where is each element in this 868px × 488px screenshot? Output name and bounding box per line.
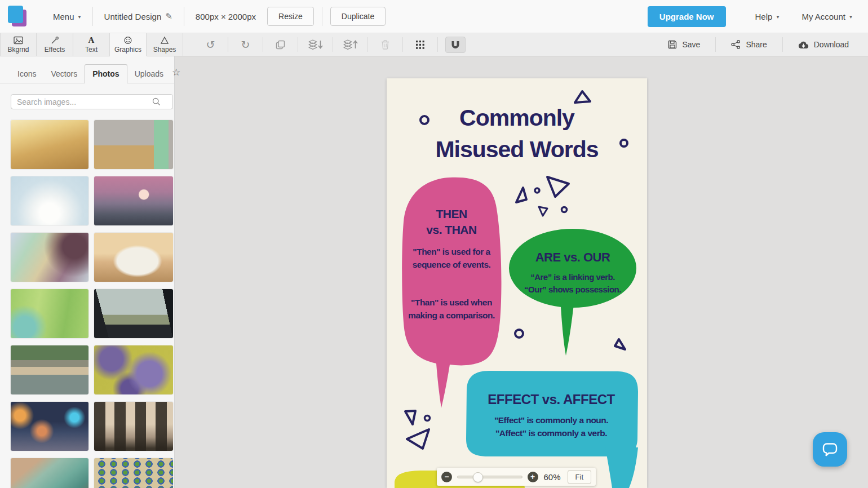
fit-button[interactable]: Fit xyxy=(568,470,591,484)
photo-results-grid xyxy=(11,120,166,488)
delete-button[interactable] xyxy=(368,33,402,56)
top-menu-bar: Menu ▾ Untitled Design ✎ 800px × 2000px … xyxy=(0,0,868,33)
photo-thumbnail[interactable] xyxy=(11,402,88,451)
doodle-triangle xyxy=(547,177,569,197)
title-line-1: Commonly xyxy=(387,102,647,134)
photo-thumbnail[interactable] xyxy=(94,402,173,451)
snap-toggle-button[interactable] xyxy=(438,33,472,56)
zoom-in-button[interactable]: + xyxy=(528,472,538,482)
doodle-triangle xyxy=(407,429,429,449)
tab-photos[interactable]: Photos xyxy=(85,64,127,83)
zoom-slider[interactable] xyxy=(457,476,522,478)
zoom-slider-handle[interactable] xyxy=(473,472,483,482)
tab-shapes[interactable]: Shapes xyxy=(147,33,183,56)
menu-dropdown[interactable]: Menu ▾ xyxy=(42,0,92,33)
pink-head-line-1: THEN xyxy=(409,206,494,222)
undo-button[interactable]: ↺ xyxy=(193,33,228,56)
image-icon xyxy=(14,36,23,45)
duplicate-button[interactable]: Duplicate xyxy=(330,7,386,26)
pink-bubble-body-1[interactable]: "Then" is used for a sequence of events. xyxy=(407,246,496,271)
wand-icon xyxy=(50,36,59,45)
chevron-down-icon: ▾ xyxy=(849,14,852,20)
photo-thumbnail[interactable] xyxy=(11,176,88,225)
photo-thumbnail[interactable] xyxy=(11,120,88,169)
redo-button[interactable]: ↻ xyxy=(228,33,263,56)
favorites-star-icon[interactable]: ☆ xyxy=(171,62,181,83)
photo-thumbnail[interactable] xyxy=(11,458,88,488)
dimensions-label: 800px × 2000px xyxy=(196,12,256,21)
redo-icon: ↻ xyxy=(241,38,250,51)
green-body-line-1: “Are” is a linking verb. xyxy=(508,271,637,283)
teal-bubble-body[interactable]: "Effect" is commonly a noun. "Affect" is… xyxy=(472,414,630,440)
upgrade-now-button[interactable]: Upgrade Now xyxy=(648,6,726,27)
magnet-icon xyxy=(451,41,460,49)
copy-icon xyxy=(276,40,285,50)
layer-up-icon xyxy=(343,39,358,50)
photo-thumbnail[interactable] xyxy=(94,120,173,169)
chevron-down-icon: ▾ xyxy=(78,14,81,20)
doodle-triangle xyxy=(516,188,526,202)
photo-thumbnail[interactable] xyxy=(94,176,173,225)
download-label: Download xyxy=(814,40,849,49)
share-button[interactable]: Share xyxy=(716,33,782,56)
search-icon[interactable] xyxy=(152,97,161,106)
green-bubble-tail xyxy=(560,298,574,356)
tab-label: Shapes xyxy=(153,46,176,54)
pink-bubble-body-2[interactable]: "Than" is used when making a comparison. xyxy=(407,296,496,322)
save-button[interactable]: Save xyxy=(653,33,715,56)
divider xyxy=(322,7,322,26)
canvas-title[interactable]: Commonly Misused Words xyxy=(387,102,647,165)
support-chat-button[interactable] xyxy=(813,432,847,467)
green-bubble-body[interactable]: “Are” is a linking verb. “Our” shows pos… xyxy=(508,271,637,296)
tab-uploads[interactable]: Uploads xyxy=(127,65,171,83)
resize-button[interactable]: Resize xyxy=(267,7,314,26)
photo-thumbnail[interactable] xyxy=(94,345,173,394)
tab-text[interactable]: A Text xyxy=(73,33,110,56)
save-icon xyxy=(668,40,677,49)
photo-thumbnail[interactable] xyxy=(94,233,173,282)
letter-a-icon: A xyxy=(88,36,95,45)
green-speech-bubble[interactable] xyxy=(509,229,636,308)
editor-toolbar: Bkgrnd Effects A Text Graphics Shapes ↺ … xyxy=(0,33,868,56)
smiley-icon xyxy=(123,36,132,45)
search-images-input[interactable] xyxy=(11,94,173,109)
tab-graphics[interactable]: Graphics xyxy=(110,33,147,56)
account-label: My Account xyxy=(801,12,845,21)
share-label: Share xyxy=(746,40,767,49)
design-title[interactable]: Untitled Design ✎ xyxy=(93,0,184,33)
green-bubble-heading[interactable]: ARE vs. OUR xyxy=(512,250,633,265)
bring-forward-button[interactable] xyxy=(333,33,367,56)
asset-sidebar: Icons Vectors Photos Uploads ☆ xyxy=(0,56,175,488)
undo-icon: ↺ xyxy=(206,38,215,51)
help-dropdown[interactable]: Help ▾ xyxy=(744,0,791,33)
tab-label: Graphics xyxy=(114,46,141,54)
zoom-control-bar: − + 60% Fit xyxy=(437,468,596,486)
grid-toggle-button[interactable] xyxy=(403,33,437,56)
zoom-out-button[interactable]: − xyxy=(441,472,452,482)
teal-body-line-2: "Affect" is commonly a verb. xyxy=(472,427,630,440)
trash-icon xyxy=(381,40,389,50)
photo-thumbnail[interactable] xyxy=(94,289,173,338)
download-button[interactable]: Download xyxy=(783,33,868,56)
design-canvas[interactable]: Commonly Misused Words THEN vs. THAN "Th… xyxy=(387,78,647,488)
tab-vectors[interactable]: Vectors xyxy=(43,65,85,83)
photo-thumbnail[interactable] xyxy=(11,289,88,338)
tab-effects[interactable]: Effects xyxy=(37,33,73,56)
edit-pencil-icon[interactable]: ✎ xyxy=(165,11,172,21)
photo-thumbnail[interactable] xyxy=(11,233,88,282)
teal-bubble-tail xyxy=(605,447,638,488)
teal-bubble-heading[interactable]: EFFECT vs. AFFECT xyxy=(470,392,633,407)
my-account-dropdown[interactable]: My Account ▾ xyxy=(790,0,863,33)
tab-label: Bkgrnd xyxy=(7,46,29,54)
menu-label: Menu xyxy=(53,12,74,21)
app-logo[interactable] xyxy=(8,6,27,27)
pink-bubble-heading[interactable]: THEN vs. THAN xyxy=(409,206,494,238)
zoom-level-value: 60% xyxy=(544,472,561,482)
photo-thumbnail[interactable] xyxy=(94,458,173,488)
photo-thumbnail[interactable] xyxy=(11,345,88,394)
send-backward-button[interactable] xyxy=(298,33,333,56)
tab-background[interactable]: Bkgrnd xyxy=(0,33,37,56)
tab-icons[interactable]: Icons xyxy=(10,65,43,83)
help-label: Help xyxy=(755,12,773,21)
duplicate-element-button[interactable] xyxy=(263,33,298,56)
